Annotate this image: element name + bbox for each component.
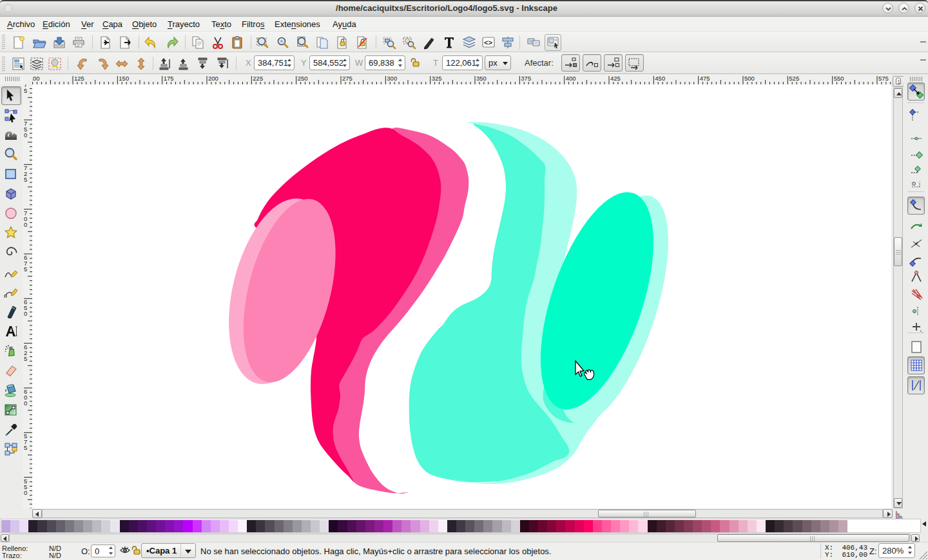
svg-text:475: 475 [700,75,710,82]
svg-text:525: 525 [789,75,799,82]
svg-text:0: 0 [24,310,27,317]
svg-text:400: 400 [566,75,576,82]
svg-text:575: 575 [878,75,889,82]
svg-text:<>: <> [484,39,493,47]
svg-text:325: 325 [432,75,442,82]
svg-text:225: 225 [253,75,263,82]
svg-text:200: 200 [208,75,218,82]
svg-text:1: 1 [897,79,900,85]
svg-text:5: 5 [24,355,27,362]
svg-text:500: 500 [744,75,755,82]
svg-text:5: 5 [24,266,27,273]
svg-text:5: 5 [24,87,27,94]
svg-text:425: 425 [610,75,621,82]
svg-text:5: 5 [24,176,27,183]
svg-text:275: 275 [342,75,353,82]
svg-text:0: 0 [24,131,27,139]
svg-text:0: 0 [24,489,27,496]
svg-text:100: 100 [32,75,40,82]
svg-text:375: 375 [521,75,531,82]
svg-text:350: 350 [476,75,487,82]
svg-text:150: 150 [119,75,129,82]
svg-text:300: 300 [387,75,397,82]
svg-text:0: 0 [24,400,27,407]
svg-text:250: 250 [298,75,308,82]
svg-text:5: 5 [24,444,27,451]
svg-text:450: 450 [655,75,665,82]
svg-text:0: 0 [24,221,27,228]
svg-text:175: 175 [164,75,174,82]
svg-text:125: 125 [74,75,84,82]
svg-text:550: 550 [834,75,844,82]
